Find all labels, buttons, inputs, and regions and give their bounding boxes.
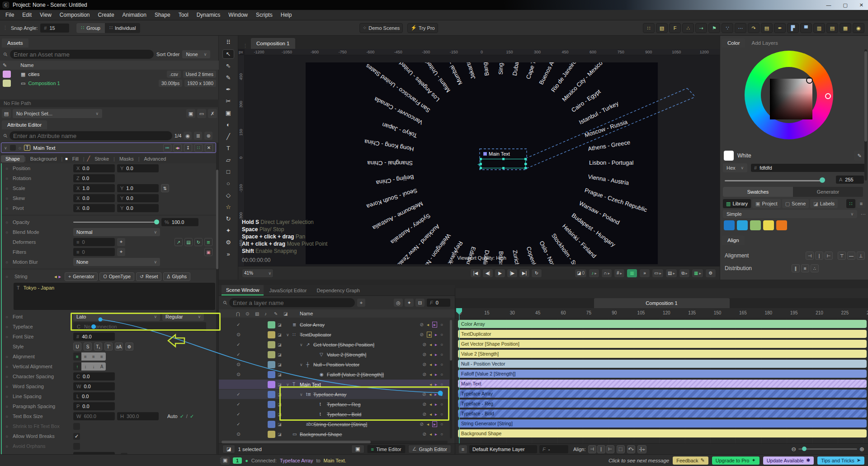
- scrollbar[interactable]: [450, 320, 452, 361]
- library-tab[interactable]: ▥Library: [723, 199, 751, 208]
- opentype-button[interactable]: OOpenType: [99, 272, 134, 281]
- eyedropper-icon[interactable]: ✎: [854, 151, 865, 161]
- messages-icon[interactable]: ▣: [221, 456, 230, 465]
- keyframe-dot-icon[interactable]: ○: [5, 334, 13, 339]
- snap-toggle[interactable]: ∩▸: [601, 269, 612, 278]
- value-field[interactable]: C0.0: [73, 372, 115, 380]
- grid-cells-icon[interactable]: ▦: [840, 23, 851, 33]
- menu-edit[interactable]: Edit: [19, 10, 35, 19]
- in-keyframe-icon[interactable]: ◂: [429, 352, 432, 357]
- tag-icon[interactable]: ◪: [278, 323, 282, 327]
- delete-icon[interactable]: ✗: [208, 109, 217, 118]
- menu-view[interactable]: View: [36, 10, 55, 19]
- filmstrip-icon[interactable]: ▤: [761, 23, 773, 33]
- message-count-badge[interactable]: 1: [233, 457, 242, 464]
- link-xy-toggle[interactable]: ⇅: [161, 184, 169, 192]
- status-hint[interactable]: Click to see next message: [609, 458, 669, 463]
- layer-color-swatch[interactable]: [268, 391, 275, 398]
- frame-field[interactable]: F -: [539, 445, 568, 453]
- go-to-end-button[interactable]: ▶|: [519, 269, 530, 278]
- focus-button[interactable]: ▣: [351, 445, 364, 453]
- timeline-bar-typeface-array[interactable]: Typeface Array: [458, 390, 867, 398]
- visibility-eye-icon[interactable]: ⊙: [235, 432, 242, 437]
- group-select-tool[interactable]: ⇖: [222, 61, 234, 71]
- asset-row-cities[interactable]: ▦cities.csvUsed 2 times: [0, 70, 219, 79]
- rotate-tool[interactable]: ↻: [222, 214, 234, 223]
- tag-icon[interactable]: ◪: [278, 362, 282, 367]
- add-layers-tab[interactable]: Add Layers: [746, 38, 783, 48]
- timeline-bar-color-array[interactable]: Color Array: [458, 320, 867, 328]
- value-field[interactable]: Z0.0: [73, 174, 115, 182]
- value-field[interactable]: P0.0: [73, 402, 115, 410]
- keyframe-dot-icon[interactable]: ○: [5, 220, 13, 225]
- layer-color-swatch[interactable]: [268, 411, 275, 418]
- value-field[interactable]: Y0.0: [117, 204, 159, 212]
- tag-icon[interactable]: ◪: [278, 342, 282, 347]
- swatches-tab[interactable]: Swatches: [723, 187, 793, 197]
- loop-button[interactable]: ↻: [531, 269, 542, 278]
- text-tool[interactable]: T: [222, 143, 234, 153]
- keyframe-dot-icon[interactable]: ○: [5, 354, 13, 359]
- keyframe-dot-icon[interactable]: ○: [5, 374, 13, 379]
- out-keyframe-icon[interactable]: ▸: [435, 362, 437, 367]
- columns-icon[interactable]: ▥: [813, 23, 825, 33]
- in-keyframe-icon[interactable]: ◂: [427, 322, 429, 327]
- scrollbar[interactable]: [864, 51, 867, 142]
- ae-tab-shape[interactable]: Shape: [1, 155, 24, 162]
- hex-field[interactable]: # fdfdfd: [751, 164, 866, 172]
- align-top-left-icon[interactable]: ▛: [787, 23, 799, 33]
- guides-toggle[interactable]: ▦: [627, 269, 637, 278]
- block-icon[interactable]: ⊘: [423, 362, 426, 367]
- keyframe-layer-field[interactable]: Default Keyframe Layer: [469, 445, 537, 453]
- scrollbar[interactable]: [216, 170, 218, 269]
- timeline-composition-tab[interactable]: Composition 1: [594, 298, 730, 308]
- play-button[interactable]: ▶: [495, 269, 505, 278]
- distribute-v-icon[interactable]: ≡: [801, 264, 809, 272]
- prev-keyframe-icon[interactable]: ◂: [54, 274, 57, 280]
- style-u-button[interactable]: U: [73, 342, 81, 351]
- color-tab[interactable]: Color: [722, 38, 745, 48]
- menu-dynamics[interactable]: Dynamics: [193, 10, 224, 19]
- solo-circle-icon[interactable]: ○: [440, 372, 443, 377]
- style-aa-button[interactable]: aA: [115, 342, 123, 351]
- add-attribute-icon[interactable]: ≣: [194, 132, 202, 140]
- upgrade-pro-button[interactable]: Upgrade to Pro✦: [712, 456, 760, 465]
- cube-icon[interactable]: ▧: [656, 23, 668, 33]
- sort-order-select[interactable]: None∨: [182, 50, 210, 58]
- filter-dot-icon[interactable]: ▣: [204, 248, 212, 256]
- collapse-icon[interactable]: ∨: [4, 146, 7, 150]
- frame-filter-field[interactable]: F 0: [427, 299, 450, 307]
- menu-window[interactable]: Window: [225, 10, 251, 19]
- style-s-button[interactable]: S: [84, 342, 92, 351]
- picker-icon[interactable]: ✎: [274, 311, 278, 316]
- timeline-bar-falloff-value-2-strength[interactable]: Falloff [Value 2 [Strength]]: [458, 370, 867, 378]
- update-available-button[interactable]: Update Available✱: [763, 456, 814, 465]
- enabled-check-icon[interactable]: ✓: [235, 392, 242, 397]
- timeline-bar-typeface-bold[interactable]: Typeface - Bold: [458, 409, 867, 418]
- block-icon[interactable]: ⊘: [423, 352, 426, 357]
- alpha-field[interactable]: A255: [836, 176, 864, 184]
- scene-tab-dependency-graph[interactable]: Dependency Graph: [312, 285, 364, 295]
- step-forward-button[interactable]: |▶: [507, 269, 518, 278]
- select-tool[interactable]: ↖: [222, 49, 234, 59]
- out-keyframe-icon[interactable]: ▸: [435, 342, 437, 347]
- knife-tool[interactable]: ✂: [222, 96, 234, 106]
- visibility-eye-icon[interactable]: ⊙: [235, 332, 242, 337]
- menu-scripts[interactable]: Scripts: [252, 10, 276, 19]
- ae-tab-fill[interactable]: Fill: [68, 155, 83, 162]
- vertical-alignment-button-1[interactable]: ↕: [81, 362, 90, 371]
- layer-row-get-vector-shape-position[interactable]: ✓◪∨↗Get Vector [Shape Position]⊘◂▸○: [219, 340, 449, 349]
- project-tab[interactable]: ▣Project: [752, 199, 781, 208]
- expand-chevron-icon[interactable]: ∨: [286, 333, 289, 337]
- menu-composition[interactable]: Composition: [56, 10, 94, 19]
- graph-editor-button[interactable]: ∠ Graph Editor: [408, 445, 451, 453]
- out-keyframe-icon[interactable]: ▸: [435, 382, 437, 387]
- ae-tab-stroke[interactable]: Stroke: [90, 155, 113, 162]
- add-button[interactable]: +: [117, 238, 125, 246]
- list-view-icon[interactable]: ≡: [857, 199, 866, 208]
- search-select-icon[interactable]: ◉: [184, 132, 192, 140]
- arc-icon[interactable]: ↷: [748, 23, 760, 33]
- style-t-button[interactable]: T': [104, 342, 113, 351]
- select-magic-icon[interactable]: ✦: [405, 299, 414, 307]
- palette-swatch[interactable]: [750, 220, 761, 230]
